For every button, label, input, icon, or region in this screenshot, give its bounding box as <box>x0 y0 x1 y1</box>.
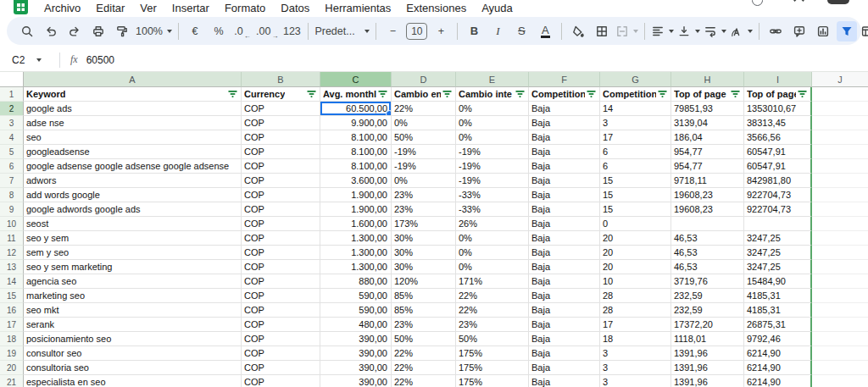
cell-G12[interactable]: 20 <box>600 246 671 260</box>
cell-H10[interactable] <box>671 217 744 231</box>
cell-C14[interactable]: 880,00 <box>320 274 392 289</box>
text-rotation-button[interactable] <box>730 21 753 41</box>
filter-icon[interactable] <box>441 90 452 98</box>
cell-E4[interactable]: 0% <box>456 130 529 145</box>
column-header-A[interactable]: A <box>24 72 242 87</box>
cell-D8[interactable]: 23% <box>392 188 456 202</box>
menu-archivo[interactable]: Archivo <box>44 2 81 14</box>
cell-H11[interactable]: 46,53 <box>671 231 744 246</box>
cell-A14[interactable]: agencia seo <box>24 274 242 289</box>
cell-E18[interactable]: 50% <box>456 332 529 346</box>
cell-J8[interactable] <box>812 188 868 202</box>
cell-E5[interactable]: -19% <box>456 145 529 159</box>
cell-A10[interactable]: seost <box>24 217 242 231</box>
cell-B19[interactable]: COP <box>242 346 320 361</box>
cell-J12[interactable] <box>812 246 868 260</box>
cell-J17[interactable] <box>812 318 868 332</box>
row-header-14[interactable]: 14 <box>0 274 24 289</box>
cell-G1[interactable]: Competition <box>600 87 671 102</box>
cell-C6[interactable]: 8.100,00 <box>320 159 392 174</box>
filter-icon[interactable] <box>514 90 525 98</box>
cell-I12[interactable]: 3247,25 <box>744 246 812 260</box>
cell-H4[interactable]: 186,04 <box>671 130 744 145</box>
menu-insertar[interactable]: Insertar <box>172 2 209 14</box>
cell-C5[interactable]: 8.100,00 <box>320 145 392 159</box>
cell-H8[interactable]: 19608,23 <box>671 188 744 202</box>
cell-J9[interactable] <box>812 202 868 217</box>
cell-F3[interactable]: Baja <box>529 116 600 130</box>
cell-B8[interactable]: COP <box>242 188 320 202</box>
cell-C19[interactable]: 390,00 <box>320 346 392 361</box>
cell-J14[interactable] <box>812 274 868 289</box>
cell-E19[interactable]: 175% <box>456 346 529 361</box>
cell-C17[interactable]: 480,00 <box>320 318 392 332</box>
cell-H6[interactable]: 954,77 <box>671 159 744 174</box>
cell-H13[interactable]: 46,53 <box>671 260 744 274</box>
cell-F18[interactable]: Baja <box>529 332 600 346</box>
cell-F20[interactable]: Baja <box>529 361 600 375</box>
cell-I11[interactable]: 3247,25 <box>744 231 812 246</box>
cell-G19[interactable]: 3 <box>600 346 671 361</box>
cell-E6[interactable]: -19% <box>456 159 529 174</box>
cell-B20[interactable]: COP <box>242 361 320 375</box>
bold-button[interactable]: B <box>464 21 484 41</box>
row-header-1[interactable]: 1 <box>0 87 24 102</box>
cell-A19[interactable]: consultor seo <box>24 346 242 361</box>
cell-C11[interactable]: 1.300,00 <box>320 231 392 246</box>
row-header-7[interactable]: 7 <box>0 174 24 188</box>
cell-E2[interactable]: 0% <box>456 102 529 116</box>
paint-format-button[interactable] <box>112 21 132 41</box>
cell-A5[interactable]: googleadsense <box>24 145 242 159</box>
cell-D6[interactable]: -19% <box>392 159 456 174</box>
cell-G18[interactable]: 18 <box>600 332 671 346</box>
row-header-10[interactable]: 10 <box>0 217 24 231</box>
cell-A7[interactable]: adwors <box>24 174 242 188</box>
cell-E17[interactable]: 23% <box>456 318 529 332</box>
cell-D19[interactable]: 22% <box>392 346 456 361</box>
cell-C1[interactable]: Avg. monthl <box>320 87 392 102</box>
cell-I7[interactable]: 842981,80 <box>744 174 812 188</box>
filter-icon[interactable] <box>656 90 667 98</box>
menu-herramientas[interactable]: Herramientas <box>325 2 391 14</box>
cell-H12[interactable]: 46,53 <box>671 246 744 260</box>
cell-J13[interactable] <box>812 260 868 274</box>
share-button-partial[interactable] <box>827 0 849 4</box>
cell-D12[interactable]: 30% <box>392 246 456 260</box>
cell-E16[interactable]: 22% <box>456 303 529 318</box>
name-box[interactable]: C2 <box>0 54 53 66</box>
cell-J20[interactable] <box>812 361 868 375</box>
cell-F21[interactable]: Baja <box>529 375 600 387</box>
cell-I5[interactable]: 60547,91 <box>744 145 812 159</box>
cell-B12[interactable]: COP <box>242 246 320 260</box>
cell-A15[interactable]: marketing seo <box>24 289 242 303</box>
cell-J3[interactable] <box>812 116 868 130</box>
search-button[interactable] <box>17 21 37 41</box>
row-header-15[interactable]: 15 <box>0 289 24 303</box>
filter-icon[interactable] <box>226 90 237 98</box>
cell-J10[interactable] <box>812 217 868 231</box>
cell-G10[interactable]: 0 <box>600 217 671 231</box>
cell-C16[interactable]: 590,00 <box>320 303 392 318</box>
cell-J5[interactable] <box>812 145 868 159</box>
cell-E13[interactable]: 0% <box>456 260 529 274</box>
select-all-corner[interactable] <box>0 72 24 87</box>
cell-C3[interactable]: 9.900,00 <box>320 116 392 130</box>
sheets-logo-icon[interactable] <box>14 0 28 14</box>
cell-G8[interactable]: 15 <box>600 188 671 202</box>
cell-I6[interactable]: 60547,91 <box>744 159 812 174</box>
insert-link-button[interactable] <box>765 21 786 41</box>
cell-F6[interactable]: Baja <box>529 159 600 174</box>
cell-I20[interactable]: 6214,90 <box>744 361 812 375</box>
increase-font-size-button[interactable]: + <box>431 21 451 41</box>
cell-G13[interactable]: 20 <box>600 260 671 274</box>
cell-B2[interactable]: COP <box>242 102 320 116</box>
cell-F2[interactable]: Baja <box>529 102 600 116</box>
row-header-19[interactable]: 19 <box>0 346 24 361</box>
cell-F16[interactable]: Baja <box>529 303 600 318</box>
hide-menus-icon[interactable] <box>793 0 804 6</box>
cell-C9[interactable]: 1.900,00 <box>320 202 392 217</box>
cell-B17[interactable]: COP <box>242 318 320 332</box>
cell-C8[interactable]: 1.900,00 <box>320 188 392 202</box>
cell-H16[interactable]: 232,59 <box>671 303 744 318</box>
row-header-3[interactable]: 3 <box>0 116 24 130</box>
